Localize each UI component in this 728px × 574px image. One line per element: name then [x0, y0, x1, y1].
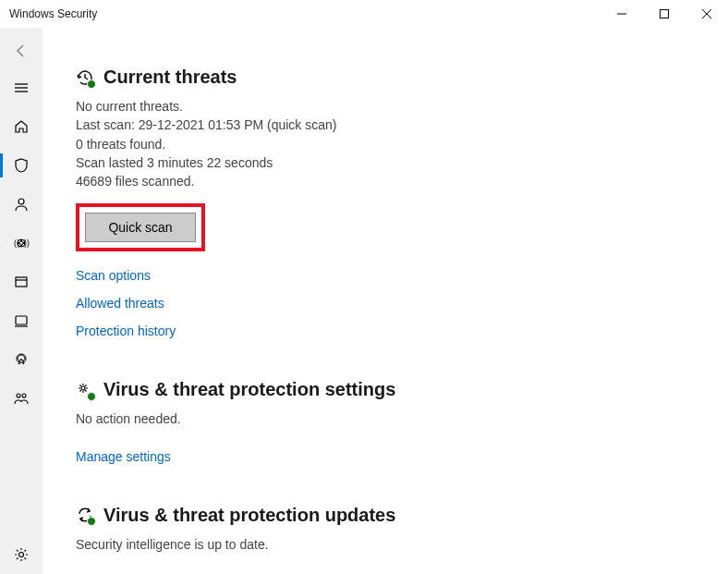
- minimize-button[interactable]: [601, 0, 643, 28]
- svg-point-14: [17, 394, 20, 397]
- sidebar-item-family-options[interactable]: [0, 379, 42, 418]
- sidebar-item-home[interactable]: [0, 107, 42, 146]
- updates-status-text: Security intelligence is up to date.: [76, 535, 695, 554]
- sidebar-item-device-security[interactable]: [0, 301, 42, 340]
- close-button[interactable]: [686, 0, 728, 28]
- highlight-annotation: Quick scan: [76, 203, 205, 251]
- settings-status-text: No action needed.: [76, 409, 695, 428]
- svg-point-16: [19, 553, 24, 557]
- sidebar-item-account-protection[interactable]: [0, 185, 42, 224]
- allowed-threats-link[interactable]: Allowed threats: [76, 296, 695, 311]
- updates-heading: Virus & threat protection updates: [103, 505, 395, 526]
- manage-settings-link[interactable]: Manage settings: [76, 449, 695, 464]
- quick-scan-button[interactable]: Quick scan: [85, 213, 196, 242]
- app-title: Windows Security: [9, 7, 601, 20]
- sidebar-item-app-browser[interactable]: [0, 263, 42, 301]
- threats-found-text: 0 threats found.: [76, 135, 695, 153]
- no-threats-text: No current threats.: [76, 97, 695, 116]
- gear-shield-icon: [76, 381, 94, 399]
- sidebar-item-virus-protection[interactable]: [0, 146, 42, 185]
- sidebar-item-device-performance[interactable]: [0, 340, 42, 379]
- files-scanned-text: 46689 files scanned.: [76, 172, 695, 190]
- titlebar: Windows Security: [0, 0, 728, 28]
- svg-point-17: [81, 386, 85, 390]
- svg-text:((: ((: [14, 238, 19, 248]
- svg-rect-10: [16, 277, 27, 287]
- svg-text:)): )): [24, 238, 30, 248]
- svg-point-15: [22, 394, 26, 397]
- scan-history-icon: [76, 68, 94, 87]
- main-content: Current threats No current threats. Last…: [42, 28, 728, 574]
- maximize-button[interactable]: [643, 0, 686, 28]
- current-threats-heading: Current threats: [103, 67, 237, 88]
- svg-rect-1: [661, 10, 669, 18]
- protection-settings-section: Virus & threat protection settings No ac…: [76, 379, 695, 463]
- sidebar: (()): [0, 28, 42, 574]
- protection-history-link[interactable]: Protection history: [76, 324, 695, 338]
- svg-rect-12: [16, 316, 27, 324]
- svg-point-7: [18, 199, 24, 204]
- hamburger-menu[interactable]: [0, 68, 42, 107]
- last-scan-text: Last scan: 29-12-2021 01:53 PM (quick sc…: [76, 116, 695, 134]
- protection-updates-section: Virus & threat protection updates Securi…: [76, 505, 695, 554]
- sidebar-item-firewall[interactable]: (()): [0, 224, 42, 263]
- back-button[interactable]: [0, 33, 42, 68]
- current-threats-section: Current threats No current threats. Last…: [76, 67, 695, 338]
- window-controls: [601, 0, 728, 28]
- scan-options-link[interactable]: Scan options: [76, 268, 695, 283]
- refresh-icon: [76, 506, 94, 524]
- settings-heading: Virus & threat protection settings: [103, 379, 395, 400]
- sidebar-item-settings[interactable]: [0, 535, 42, 574]
- scan-duration-text: Scan lasted 3 minutes 22 seconds: [76, 153, 695, 172]
